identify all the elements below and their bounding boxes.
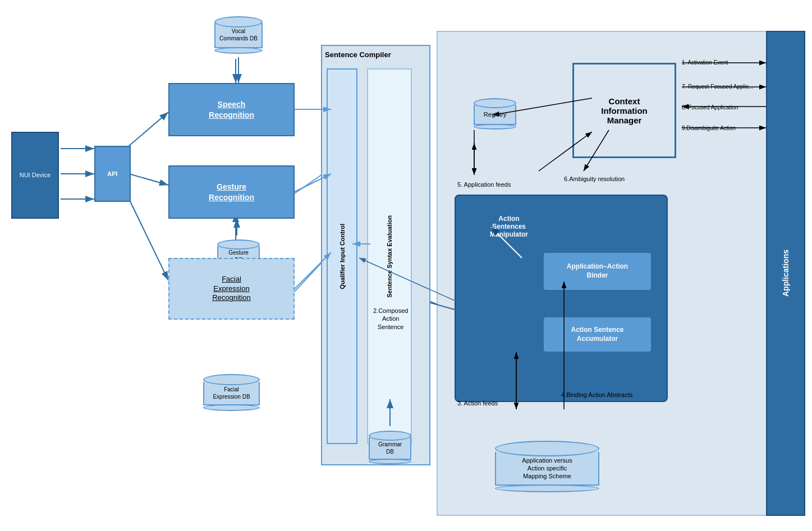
registry-label: Registry	[484, 110, 506, 118]
speech-recognition-label: SpeechRecognition	[209, 99, 254, 119]
context-information-manager-label: ContextInformationManager	[601, 96, 648, 125]
facial-recognition-box: FacialExpressionRecognition	[168, 258, 295, 320]
label-focused-app: 8. Focused Application	[682, 104, 738, 111]
applications-bar: Applications	[766, 31, 805, 516]
vocal-commands-db: VocalCommands DB	[213, 12, 264, 57]
nui-device-box: NUI Device	[11, 132, 59, 219]
diagram-container: NUI Device API VocalCommands DB SpeechRe…	[0, 0, 812, 531]
speech-recognition-box: SpeechRecognition	[168, 83, 295, 136]
grammar-db: GrammarDB	[368, 426, 412, 468]
svg-line-8	[129, 112, 168, 146]
action-sentences-container: ActionSentencesManipulator Application–A…	[455, 195, 668, 402]
label-binding-action: 4.Binding Action Abstracts	[561, 391, 632, 399]
sentence-compiler-container: Sentence Compiler Qualifier Input Contro…	[321, 45, 430, 465]
context-information-manager-box: ContextInformationManager	[572, 63, 676, 158]
action-sentence-accumulator-box: Action SentenceAccumulator	[543, 316, 652, 353]
action-sentences-manipulator-label: ActionSentencesManipulator	[490, 215, 528, 238]
app-action-binder-box: Application–ActionBinder	[543, 252, 652, 291]
app-vs-action-label: Application versusAction specificMapping…	[522, 456, 572, 481]
label-ambiguity: 6.Ambiguity resolution	[564, 175, 625, 183]
grammar-db-label: GrammarDB	[378, 441, 402, 455]
sentence-compiler-title: Sentence Compiler	[325, 50, 391, 59]
sentence-syntax-evaluation-label: Sentence Syntax Evaluation	[386, 215, 393, 298]
label-activation-event: 1. Activation Event	[682, 59, 728, 66]
facial-expression-db-label: FacialExpression DB	[213, 386, 250, 400]
facial-recognition-label: FacialExpressionRecognition	[212, 275, 251, 303]
label-composed-action: 2.ComposedActionSentence	[373, 307, 408, 331]
gesture-recognition-box: GestureRecognition	[168, 165, 295, 219]
app-action-binder-label: Application–ActionBinder	[567, 262, 628, 280]
api-box: API	[94, 146, 131, 202]
label-disambiguate: 9.Disambiguite Action	[682, 124, 736, 132]
label-app-feeds: 5. Application feeds	[457, 181, 511, 188]
nui-device-label: NUI Device	[20, 171, 51, 179]
action-sentence-accumulator-label: Action SentenceAccumulator	[571, 326, 623, 343]
qualifier-input-control-label: Qualifier Input Control	[339, 224, 346, 289]
applications-label: Applications	[781, 250, 790, 297]
vocal-commands-db-label: VocalCommands DB	[219, 27, 258, 42]
registry-db: Registry	[472, 94, 517, 134]
label-request-focused: 7. Request Focused Applic...	[682, 83, 753, 90]
svg-line-10	[129, 199, 168, 280]
app-vs-action-db: Application versusAction specificMapping…	[494, 436, 600, 497]
label-action-feeds: 3. Action feeds	[457, 399, 498, 407]
svg-line-9	[129, 174, 168, 185]
api-label: API	[107, 170, 117, 178]
facial-expression-db: FacialExpression DB	[202, 370, 261, 415]
gesture-recognition-label: GestureRecognition	[209, 182, 254, 202]
